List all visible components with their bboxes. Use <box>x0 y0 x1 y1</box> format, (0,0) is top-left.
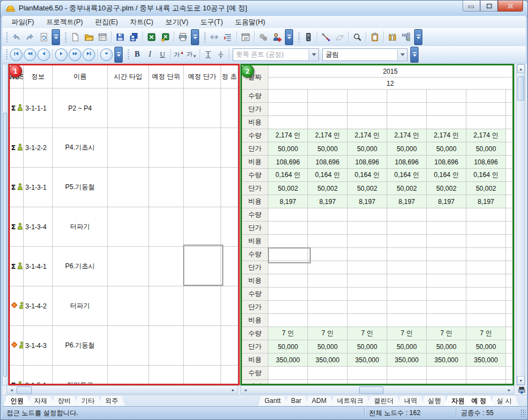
row-label-cell[interactable]: 수량 <box>242 208 268 222</box>
value-cell[interactable]: 108,696 <box>348 156 387 169</box>
value-cell[interactable]: 2,174 인 <box>308 129 348 142</box>
wbs-cell[interactable]: P5.기둥철 <box>53 168 108 207</box>
partial-cell[interactable] <box>506 103 513 116</box>
value-cell[interactable]: 50,000 <box>268 142 308 156</box>
value-cell[interactable]: 2,174 인 <box>348 129 387 142</box>
value-cell[interactable] <box>466 314 506 327</box>
value-cell[interactable]: 350,000 <box>387 353 427 367</box>
value-cell[interactable]: 7 인 <box>427 327 466 340</box>
value-cell[interactable]: 0,164 인 <box>268 169 308 182</box>
value-cell[interactable]: 50,002 <box>268 182 308 195</box>
value-cell[interactable] <box>466 274 506 288</box>
wbs-cell[interactable]: 3-1-4-1 <box>24 247 53 286</box>
tab-view-1[interactable]: Gantt <box>258 396 287 406</box>
wbs-cell[interactable] <box>10 286 24 326</box>
wbs-cell[interactable]: Σ <box>10 168 24 207</box>
wbs-cell[interactable] <box>221 326 238 366</box>
value-cell[interactable] <box>268 116 308 129</box>
link-button[interactable] <box>207 30 221 44</box>
value-cell[interactable] <box>268 380 308 385</box>
wbs-cell[interactable] <box>108 366 149 385</box>
wbs-cell[interactable] <box>10 326 24 366</box>
value-cell[interactable] <box>268 301 308 314</box>
scroll-right-button[interactable]: ► <box>505 386 514 394</box>
wbs-cell[interactable] <box>221 286 238 326</box>
value-cell[interactable] <box>308 261 348 274</box>
value-cell[interactable]: 7 인 <box>268 327 308 340</box>
wbs-cell[interactable]: 3-1-5-1 <box>24 366 53 385</box>
wbs-cell[interactable]: Σ <box>10 366 24 385</box>
wbs-cell[interactable] <box>108 286 149 326</box>
row-label-cell[interactable]: 단가 <box>242 340 268 353</box>
nav-down-button[interactable] <box>100 48 113 61</box>
partial-cell[interactable] <box>506 301 513 314</box>
toolbar-grip[interactable] <box>64 31 67 43</box>
value-cell[interactable]: 108,696 <box>387 156 427 169</box>
wbs-cell[interactable] <box>184 207 221 247</box>
tab-view-7[interactable]: 실행 <box>421 396 448 406</box>
row-label-cell[interactable]: 비용 <box>242 195 268 208</box>
selected-cell-outline[interactable] <box>183 245 223 286</box>
value-cell[interactable] <box>308 274 348 288</box>
value-cell[interactable] <box>348 103 387 116</box>
value-cell[interactable] <box>427 314 466 327</box>
row-label-cell[interactable]: 단가 <box>242 261 268 274</box>
calendar-button[interactable]: 10 <box>239 30 252 44</box>
partial-cell[interactable] <box>506 182 513 195</box>
clipboard-button[interactable] <box>368 30 382 44</box>
partial-cell[interactable] <box>506 169 513 182</box>
value-cell[interactable]: 7 인 <box>387 327 427 340</box>
row-label-cell[interactable]: 단가 <box>242 301 268 314</box>
partial-cell[interactable] <box>506 222 513 235</box>
row-height-increase-button[interactable] <box>202 48 215 61</box>
value-cell[interactable] <box>308 301 348 314</box>
value-cell[interactable] <box>308 235 348 248</box>
value-cell[interactable]: 50,000 <box>427 142 466 156</box>
nav-forward-button[interactable] <box>69 48 81 61</box>
menu-item-file[interactable]: 파일(F) <box>6 16 40 28</box>
wbs-cell[interactable] <box>184 128 221 168</box>
tab-resource-2[interactable]: 자재 <box>28 396 54 406</box>
value-cell[interactable]: 108,696 <box>427 156 466 169</box>
value-cell[interactable]: 0,164 인 <box>348 169 387 182</box>
value-cell[interactable] <box>427 367 466 380</box>
value-cell[interactable]: 50,000 <box>387 340 427 353</box>
excel-export-button[interactable] <box>145 30 158 44</box>
value-cell[interactable]: 50,000 <box>308 142 348 156</box>
save-all-button[interactable] <box>127 30 141 44</box>
value-cell[interactable]: 108,696 <box>308 156 348 169</box>
value-cell[interactable] <box>466 367 506 380</box>
toolbar-overflow-button[interactable] <box>52 29 60 45</box>
value-cell[interactable]: 50,002 <box>348 182 387 195</box>
partial-cell[interactable] <box>506 90 513 103</box>
value-cell[interactable]: 8,197 <box>466 195 506 208</box>
value-cell[interactable] <box>308 116 348 129</box>
value-cell[interactable] <box>348 222 387 235</box>
value-cell[interactable] <box>387 301 427 314</box>
value-cell[interactable] <box>348 116 387 129</box>
value-cell[interactable] <box>427 288 466 301</box>
value-cell[interactable]: 7 인 <box>348 327 387 340</box>
value-cell[interactable]: 50,000 <box>348 340 387 353</box>
wbs-cell[interactable] <box>221 128 238 168</box>
value-cell[interactable] <box>466 222 506 235</box>
value-cell[interactable] <box>268 274 308 288</box>
columns-button[interactable] <box>386 30 399 44</box>
doc-refresh-button[interactable] <box>37 30 51 44</box>
value-cell[interactable] <box>387 116 427 129</box>
selected-cell-outline[interactable] <box>268 247 311 263</box>
row-label-cell[interactable]: 수량 <box>242 129 268 142</box>
row-height-decrease-button[interactable] <box>215 48 227 61</box>
value-cell[interactable] <box>268 90 308 103</box>
wbs-cell[interactable] <box>221 168 238 207</box>
wbs-cell[interactable] <box>149 326 184 366</box>
value-cell[interactable]: 50,000 <box>268 340 308 353</box>
dropdown-arrow-icon[interactable] <box>309 49 318 60</box>
wbs-cell[interactable] <box>108 168 149 207</box>
wbs-cell[interactable]: 3-1-4-3 <box>24 326 53 366</box>
value-cell[interactable]: 350,000 <box>348 353 387 367</box>
value-cell[interactable] <box>268 222 308 235</box>
nav-last-button[interactable] <box>82 48 95 61</box>
value-cell[interactable]: 8,197 <box>427 195 466 208</box>
toolbar-grip[interactable] <box>127 48 129 60</box>
